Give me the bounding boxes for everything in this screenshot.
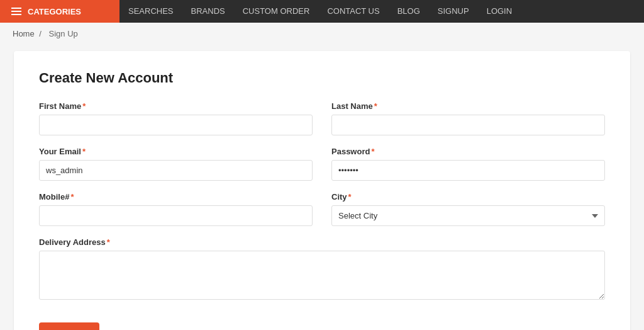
hamburger-icon — [11, 8, 21, 15]
mobile-required: * — [70, 192, 74, 202]
email-input[interactable] — [39, 160, 313, 181]
password-group: Password* — [331, 147, 605, 181]
nav-link-signup[interactable]: SIGNUP — [429, 0, 478, 23]
last-name-label: Last Name* — [331, 101, 605, 111]
first-name-group: First Name* — [39, 101, 313, 135]
navbar: CATEGORIES SEARCHES BRANDS CUSTOM ORDER … — [0, 0, 644, 23]
name-row: First Name* Last Name* — [39, 101, 605, 135]
password-required: * — [371, 147, 374, 156]
register-form: First Name* Last Name* Your Email* — [39, 101, 605, 330]
address-textarea[interactable] — [39, 251, 605, 300]
nav-link-contact[interactable]: CONTACT US — [318, 0, 388, 23]
email-required: * — [82, 147, 86, 156]
last-name-group: Last Name* — [331, 101, 605, 135]
address-row: Delivery Address* — [39, 237, 605, 300]
nav-item-brands[interactable]: BRANDS — [182, 0, 234, 23]
mobile-input[interactable] — [39, 205, 313, 226]
first-name-required: * — [82, 101, 86, 111]
mobile-label: Mobile#* — [39, 192, 313, 202]
last-name-input[interactable] — [331, 115, 605, 135]
form-container: Create New Account First Name* Last Name… — [14, 51, 630, 330]
mobile-group: Mobile#* — [39, 192, 313, 226]
city-label: City* — [331, 192, 605, 202]
mobile-city-row: Mobile#* City* Select City — [39, 192, 605, 226]
breadcrumb-separator: / — [39, 29, 42, 38]
email-label: Your Email* — [39, 147, 313, 156]
nav-link-brands[interactable]: BRANDS — [182, 0, 234, 23]
address-label: Delivery Address* — [39, 237, 605, 247]
email-group: Your Email* — [39, 147, 313, 181]
nav-item-blog[interactable]: BLOG — [389, 0, 429, 23]
nav-link-login[interactable]: LOGIN — [478, 0, 521, 23]
address-group: Delivery Address* — [39, 237, 605, 300]
nav-item-searches[interactable]: SEARCHES — [119, 0, 182, 23]
breadcrumb-current: Sign Up — [49, 29, 78, 38]
city-required: * — [348, 192, 352, 202]
categories-menu[interactable]: CATEGORIES — [0, 0, 119, 23]
nav-item-login[interactable]: LOGIN — [478, 0, 521, 23]
city-select[interactable]: Select City — [331, 205, 605, 226]
nav-link-custom-order[interactable]: CUSTOM ORDER — [234, 0, 319, 23]
categories-label: CATEGORIES — [28, 7, 81, 16]
breadcrumb-home[interactable]: Home — [13, 29, 35, 38]
form-title: Create New Account — [39, 70, 605, 86]
register-button[interactable]: Register — [39, 322, 99, 330]
password-label: Password* — [331, 147, 605, 156]
email-password-row: Your Email* Password* — [39, 147, 605, 181]
address-required: * — [107, 237, 110, 247]
last-name-required: * — [374, 101, 377, 111]
breadcrumb: Home / Sign Up — [0, 23, 644, 45]
nav-item-custom-order[interactable]: CUSTOM ORDER — [234, 0, 319, 23]
nav-item-signup[interactable]: SIGNUP — [429, 0, 478, 23]
nav-link-blog[interactable]: BLOG — [389, 0, 429, 23]
nav-item-contact[interactable]: CONTACT US — [318, 0, 388, 23]
nav-links: SEARCHES BRANDS CUSTOM ORDER CONTACT US … — [119, 0, 521, 23]
first-name-input[interactable] — [39, 115, 313, 135]
city-group: City* Select City — [331, 192, 605, 226]
first-name-label: First Name* — [39, 101, 313, 111]
nav-link-searches[interactable]: SEARCHES — [119, 0, 182, 23]
password-input[interactable] — [331, 160, 605, 181]
